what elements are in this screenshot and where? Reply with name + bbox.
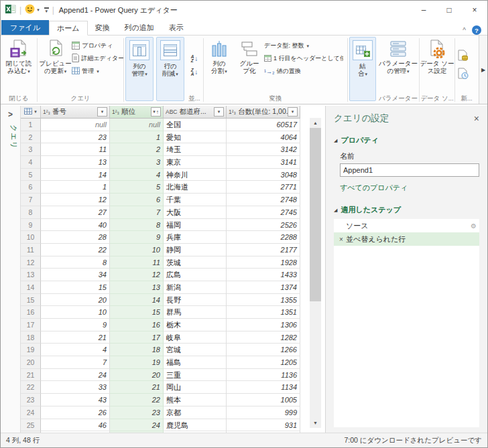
expand-queries-pane-icon[interactable]: > <box>1 106 20 119</box>
data-cell[interactable]: 11 <box>41 143 110 156</box>
data-cell[interactable]: 1282 <box>227 331 300 344</box>
row-number-cell[interactable]: 24 <box>21 406 41 419</box>
data-cell[interactable]: 9 <box>110 231 164 244</box>
data-cell[interactable]: 28 <box>41 231 110 244</box>
data-cell[interactable]: 長野 <box>164 294 227 307</box>
row-number-cell[interactable]: 9 <box>21 219 41 232</box>
data-cell[interactable]: 4064 <box>227 131 300 144</box>
data-cell[interactable]: 15 <box>41 281 110 294</box>
data-cell[interactable]: 3142 <box>227 143 300 156</box>
data-cell[interactable]: 宮城 <box>164 344 227 356</box>
data-cell[interactable]: 5 <box>110 181 164 194</box>
step-delete-icon[interactable]: × <box>337 236 346 243</box>
row-number-cell[interactable]: 2 <box>21 131 41 144</box>
data-cell[interactable]: 兵庫 <box>164 231 227 244</box>
column-header-prefecture[interactable]: ABC 都道府... ▾ <box>164 106 227 119</box>
row-number-cell[interactable]: 18 <box>21 331 41 344</box>
data-cell[interactable]: 13 <box>110 281 164 294</box>
row-number-cell[interactable]: 20 <box>21 356 41 369</box>
row-number-cell[interactable]: 5 <box>21 169 41 181</box>
data-cell[interactable]: 福岡 <box>164 219 227 232</box>
data-cell[interactable]: 熊本 <box>164 394 227 406</box>
data-cell[interactable]: 岐阜 <box>164 331 227 344</box>
data-cell[interactable]: 福島 <box>164 356 227 369</box>
data-cell[interactable]: 23 <box>41 131 110 144</box>
data-cell[interactable]: 3 <box>110 156 164 169</box>
row-number-cell[interactable]: 4 <box>21 156 41 169</box>
data-cell[interactable]: 東京 <box>164 156 227 169</box>
data-cell[interactable]: 13 <box>41 156 110 169</box>
data-cell[interactable]: 大阪 <box>164 206 227 219</box>
close-button[interactable]: × <box>462 1 487 19</box>
data-cell[interactable]: 10 <box>41 306 110 319</box>
maximize-button[interactable]: □ <box>436 1 462 19</box>
data-cell[interactable]: 43 <box>41 394 110 406</box>
advanced-editor-button[interactable]: 詳細エディター <box>72 54 123 64</box>
data-cell[interactable]: 33 <box>41 381 110 394</box>
row-number-cell[interactable]: 21 <box>21 369 41 382</box>
data-cell[interactable]: 9 <box>41 319 110 331</box>
group-by-button[interactable]: グルー プ化 <box>235 38 264 74</box>
scrollbar-thumb[interactable] <box>310 128 321 301</box>
minimize-button[interactable]: – <box>411 1 436 19</box>
data-cell[interactable]: 12 <box>110 269 164 281</box>
data-cell[interactable]: 15 <box>110 306 164 319</box>
data-cell[interactable]: 1 <box>110 131 164 144</box>
row-number-cell[interactable]: 23 <box>21 394 41 406</box>
data-cell[interactable]: 全国 <box>164 119 227 131</box>
row-number-cell[interactable]: 14 <box>21 281 41 294</box>
expander-icon[interactable]: ◢ <box>334 138 337 143</box>
row-number-cell[interactable]: 3 <box>21 143 41 156</box>
data-cell[interactable]: 19 <box>110 356 164 369</box>
data-cell[interactable]: 8 <box>41 256 110 269</box>
vertical-scrollbar[interactable]: ▲ ▼ <box>310 118 321 428</box>
data-cell[interactable]: null <box>110 119 164 131</box>
data-cell[interactable]: 1136 <box>227 369 300 382</box>
data-cell[interactable]: 千葉 <box>164 194 227 206</box>
data-source-settings-button[interactable]: データ ソー ス設定 <box>420 38 454 74</box>
data-cell[interactable]: 46 <box>41 419 110 432</box>
data-cell[interactable]: 7 <box>110 206 164 219</box>
filter-button[interactable]: ▾ <box>214 107 224 117</box>
column-header-units[interactable]: 1²₃ 台数(単位: 1,00... ▾ <box>227 106 300 119</box>
data-cell[interactable]: 茨城 <box>164 256 227 269</box>
data-cell[interactable]: 1 <box>41 181 110 194</box>
data-cell[interactable]: 40 <box>41 219 110 232</box>
data-cell[interactable]: 16 <box>110 319 164 331</box>
data-cell[interactable]: 2745 <box>227 206 300 219</box>
data-cell[interactable]: 21 <box>41 331 110 344</box>
row-number-cell[interactable]: 12 <box>21 256 41 269</box>
tab-transform[interactable]: 変換 <box>88 20 117 35</box>
row-number-cell[interactable]: 17 <box>21 319 41 331</box>
row-number-cell[interactable]: 11 <box>21 244 41 256</box>
data-cell[interactable]: 4 <box>41 344 110 356</box>
data-cell[interactable]: 広島 <box>164 269 227 281</box>
data-cell[interactable]: 1374 <box>227 281 300 294</box>
filter-button[interactable]: ▾ <box>97 107 107 117</box>
applied-steps-section-header[interactable]: 適用したステップ <box>341 205 401 215</box>
row-number-cell[interactable]: 1 <box>21 119 41 131</box>
customize-toolbar-icon[interactable]: ▾ <box>44 7 49 13</box>
row-number-cell[interactable]: 10 <box>21 231 41 244</box>
replace-values-button[interactable]: ¹→₂ 値の置換 <box>264 66 343 76</box>
data-cell[interactable]: 60517 <box>227 119 300 131</box>
data-cell[interactable]: 2771 <box>227 181 300 194</box>
tab-file[interactable]: ファイル <box>1 20 49 35</box>
data-cell[interactable]: 1005 <box>227 394 300 406</box>
manage-button[interactable]: 管理 ▾ <box>72 66 123 76</box>
data-cell[interactable]: null <box>41 119 110 131</box>
data-cell[interactable]: 2 <box>110 143 164 156</box>
data-type-button[interactable]: データ型: 整数 ▾ <box>264 41 343 51</box>
data-cell[interactable]: 北海道 <box>164 181 227 194</box>
feedback-smiley-icon[interactable] <box>25 4 35 17</box>
data-cell[interactable]: 24 <box>110 419 164 432</box>
smiley-dropdown-icon[interactable]: ▾ <box>37 7 40 13</box>
column-header-rank[interactable]: 1²₃ 順位 ▾↑ <box>110 106 164 119</box>
recent-sources-button[interactable] <box>458 68 469 82</box>
data-cell[interactable]: 2526 <box>227 219 300 232</box>
data-cell[interactable]: 1205 <box>227 356 300 369</box>
queries-pane-label[interactable]: クエリ <box>9 125 19 149</box>
properties-button[interactable]: プロパティ <box>72 41 123 51</box>
data-cell[interactable]: 27 <box>41 206 110 219</box>
manage-columns-button[interactable]: 列の 管理▾ <box>125 37 154 101</box>
